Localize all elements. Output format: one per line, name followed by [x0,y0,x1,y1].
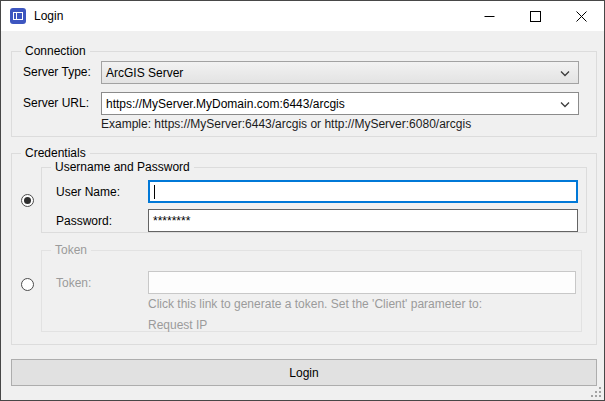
token-label: Token: [56,276,91,290]
server-url-label: Server URL: [23,96,89,110]
login-button-label: Login [289,366,318,380]
server-type-label: Server Type: [23,65,91,79]
app-icon-glyph-divider [16,12,17,20]
user-name-input[interactable] [148,180,578,203]
credentials-group-legend: Credentials [21,146,90,160]
titlebar[interactable]: Login [1,1,604,31]
server-type-dropdown[interactable]: ArcGIS Server [101,61,579,84]
maximize-icon [530,11,541,22]
text-caret [154,185,155,199]
server-type-value: ArcGIS Server [106,66,183,80]
connection-group-legend: Connection [21,44,90,58]
username-password-radio[interactable] [21,194,34,207]
request-ip-link[interactable]: Request IP [148,318,207,332]
server-url-value: https://MyServer.MyDomain.com:6443/arcgi… [106,97,345,111]
password-label: Password: [56,214,112,228]
minimize-button[interactable] [466,1,512,31]
app-icon-glyph [13,12,23,20]
window-title: Login [34,9,63,23]
password-value: ******** [153,214,190,228]
window-controls [466,1,604,31]
login-window: Login Connection Server Type: ArcGIS Ser… [0,0,605,401]
chevron-down-icon [560,71,570,77]
maximize-button[interactable] [512,1,558,31]
token-instruction-text: Click this link to generate a token. Set… [148,297,482,311]
user-name-label: User Name: [56,185,120,199]
token-input [148,271,576,294]
app-icon [10,8,26,24]
close-icon [576,11,587,22]
server-url-combobox[interactable]: https://MyServer.MyDomain.com:6443/arcgi… [101,92,579,115]
resize-grip-icon[interactable] [591,387,601,397]
username-password-group-legend: Username and Password [51,160,194,174]
password-input[interactable]: ******** [148,209,578,232]
token-radio[interactable] [21,278,34,291]
server-url-example-text: Example: https://MyServer:6443/arcgis or… [101,117,471,131]
close-button[interactable] [558,1,604,31]
chevron-down-icon [560,102,570,108]
token-group-legend: Token [51,243,91,257]
login-button[interactable]: Login [11,359,597,386]
minimize-icon [484,11,495,22]
